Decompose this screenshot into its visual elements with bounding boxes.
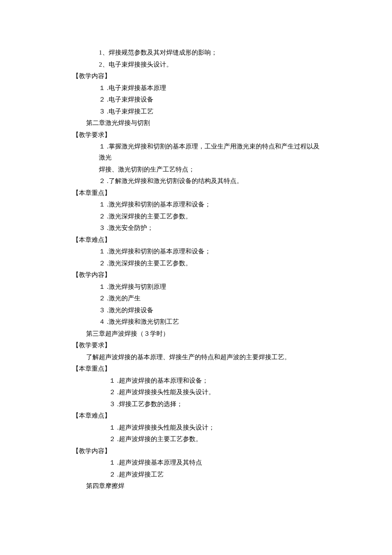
text-line: 第三章超声波焊接（３学时） [72, 328, 324, 339]
document-page: 1、焊接规范参数及其对焊缝成形的影响；2、电子束焊接接头设计。【教学内容】１ .… [0, 0, 392, 518]
text-line: 【本章重点】 [72, 363, 324, 374]
text-line: ３ .电子束焊接工艺 [72, 106, 324, 117]
text-line: １ .超声波焊接接头性能及接头设计； [72, 422, 324, 433]
text-line: 了解超声波焊接的基本原理、焊接生产的特点和超声波的主要焊接工艺。 [72, 352, 324, 363]
text-line: ３ .焊接工艺参数的选择； [72, 398, 324, 410]
text-line: １ .激光焊接和切割的基本原理和设备； [72, 199, 324, 210]
text-line: 第二章激光焊接与切割 [72, 117, 324, 128]
text-line: 第四章摩擦焊 [72, 480, 324, 491]
text-line: ２ .激光深焊接的主要工艺参数。 [72, 211, 324, 222]
text-line: ２ .超声波焊接工艺 [72, 469, 324, 480]
text-line: １ .超声波焊接基本原理及其特点 [72, 457, 324, 468]
text-line: ３ .激光安全防护； [72, 222, 324, 233]
text-line: 【本章重点】 [72, 187, 324, 198]
text-line: 2、电子束焊接接头设计。 [72, 59, 324, 70]
text-line: ２ .超声波焊接的主要工艺参数。 [72, 433, 324, 445]
text-line: 【教学要求】 [72, 129, 324, 140]
text-line: 1、焊接规范参数及其对焊缝成形的影响； [72, 47, 324, 58]
text-line: １ .超声波焊接的基本原理和设备； [72, 375, 324, 386]
text-line: ２ .了解激光焊接和激光切割设备的结构及其特点。 [72, 175, 324, 186]
text-line: ２ .激光的产生 [72, 293, 324, 304]
text-line: １ .掌握激光焊接和切割的基本原理，工业生产用激光束的特点和产生过程以及激光 [72, 141, 324, 163]
text-line: ２ .激光深焊接的主要工艺参数。 [72, 258, 324, 269]
text-line: 【教学内容】 [72, 445, 324, 456]
text-line: ４ .激光焊接和激光切割工艺 [72, 316, 324, 327]
text-line: 【教学要求】 [72, 340, 324, 351]
text-line: ２ .超声波焊接接头性能及接头设计。 [72, 386, 324, 398]
text-line: ３ .激光的焊接设备 [72, 305, 324, 316]
text-line: ２ .电子束焊接设备 [72, 94, 324, 105]
text-line: 【本章难点】 [72, 234, 324, 245]
text-line: 焊接、激光切割的生产工艺特点； [72, 164, 324, 175]
text-line: １ .激光焊接与切割原理 [72, 281, 324, 292]
text-line: 【教学内容】 [72, 269, 324, 280]
text-line: １ .激光焊接和切割的基本原理和设备； [72, 246, 324, 257]
text-line: １ .电子束焊接基本原理 [72, 82, 324, 93]
text-line: 【本章难点】 [72, 410, 324, 421]
text-line: 【教学内容】 [72, 70, 324, 81]
